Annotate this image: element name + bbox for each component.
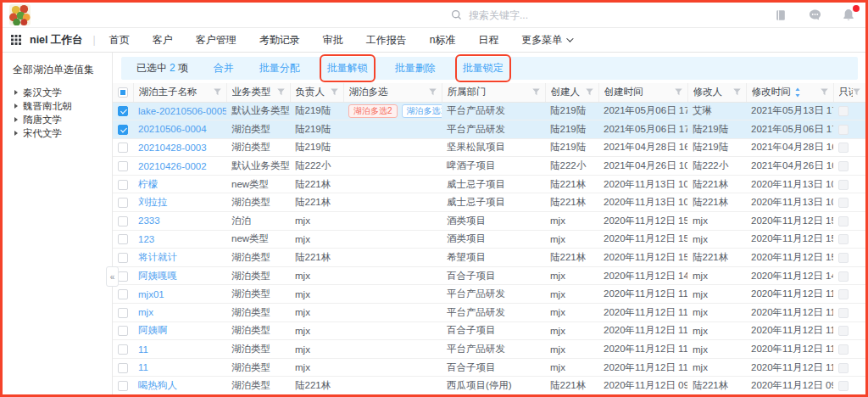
readonly-checkbox[interactable] — [838, 198, 849, 208]
filter-icon[interactable] — [429, 88, 437, 96]
readonly-checkbox[interactable] — [838, 344, 849, 355]
lake-name-link[interactable]: 11 — [138, 344, 148, 355]
filter-icon[interactable] — [853, 88, 860, 96]
readonly-checkbox[interactable] — [838, 234, 849, 244]
cell-created-at: 2020年11月12日 11:16 — [598, 322, 687, 340]
nav-menu-item-6[interactable]: n标准 — [430, 33, 456, 48]
lake-name-link[interactable]: 柠檬 — [138, 179, 158, 189]
filter-icon[interactable] — [532, 88, 540, 96]
cell-modified-at: 2020年11月12日 15:25 — [746, 230, 833, 249]
row-checkbox[interactable] — [118, 125, 128, 135]
filter-icon[interactable] — [331, 88, 338, 96]
search-input[interactable] — [469, 9, 587, 21]
nav-more-menu[interactable]: 更多菜单 — [521, 33, 571, 48]
readonly-checkbox[interactable] — [838, 253, 849, 263]
row-checkbox[interactable] — [118, 271, 128, 282]
nav-menu-item-7[interactable]: 日程 — [478, 33, 498, 48]
cell-readonly — [833, 175, 865, 193]
sidebar-tree-item-2[interactable]: 隋唐文学 — [13, 113, 112, 126]
toolbar-action-2[interactable]: 批量解锁 — [327, 61, 368, 75]
row-checkbox[interactable] — [118, 216, 128, 226]
row-checkbox[interactable] — [118, 253, 128, 263]
sidebar-tree-item-3[interactable]: 宋代文学 — [13, 126, 112, 140]
readonly-checkbox[interactable] — [838, 381, 849, 391]
row-checkbox[interactable] — [118, 363, 128, 373]
apps-grid-icon[interactable] — [11, 35, 21, 45]
row-checkbox[interactable] — [118, 180, 128, 190]
lake-name-link[interactable]: 阿姨啊 — [138, 325, 168, 335]
row-checkbox[interactable] — [118, 234, 128, 244]
sidebar-tree-item-1[interactable]: 魏晋南北朝 — [13, 99, 112, 113]
readonly-checkbox[interactable] — [838, 363, 849, 373]
readonly-checkbox[interactable] — [838, 143, 849, 153]
lake-name-link[interactable]: 20210428-0003 — [138, 143, 207, 153]
cell-readonly — [833, 138, 865, 157]
lake-name-link[interactable]: 2333 — [138, 215, 160, 226]
nav-menu-item-0[interactable]: 首页 — [109, 33, 130, 48]
filter-icon[interactable] — [821, 88, 828, 96]
lake-name-link[interactable]: mjx — [138, 307, 153, 317]
bell-icon[interactable] — [842, 8, 855, 22]
sort-icon[interactable] — [794, 87, 801, 98]
cell-owner: 陆221林 — [290, 193, 343, 212]
row-checkbox[interactable] — [118, 143, 128, 153]
readonly-checkbox[interactable] — [838, 216, 849, 226]
cell-dept: 威士忌子项目 — [442, 175, 545, 193]
workspace-title[interactable]: niel 工作台 — [30, 33, 83, 48]
row-checkbox[interactable] — [118, 308, 128, 318]
row-checkbox[interactable] — [118, 344, 128, 355]
select-all-checkbox[interactable] — [118, 87, 128, 98]
nav-menu-item-5[interactable]: 工作报告 — [366, 33, 407, 48]
sidebar-tree-item-0[interactable]: 秦汉文学 — [13, 86, 112, 99]
lake-name-link[interactable]: mjx01 — [138, 289, 164, 299]
cell-modifier: mjx — [687, 358, 746, 377]
lake-name-link[interactable]: 123 — [138, 234, 154, 244]
row-checkbox[interactable] — [118, 161, 128, 171]
filter-icon[interactable] — [586, 88, 593, 96]
readonly-checkbox[interactable] — [838, 161, 849, 171]
toolbar-action-3[interactable]: 批量删除 — [395, 61, 436, 75]
sidebar-collapse-button[interactable]: « — [106, 266, 119, 287]
nav-menu-item-1[interactable]: 客户 — [153, 33, 173, 48]
nav-menu-item-2[interactable]: 客户管理 — [196, 33, 236, 48]
lake-name-link[interactable]: 刘拉拉 — [138, 197, 168, 207]
lake-name-link[interactable]: 喝热狗人 — [138, 380, 177, 390]
toolbar-action-4[interactable]: 批量锁定 — [463, 61, 504, 75]
cell-modified-at: 2020年11月12日 11:04 — [746, 358, 833, 377]
cell-modified-at: 2020年11月12日 14:38 — [746, 266, 833, 285]
readonly-checkbox[interactable] — [838, 308, 849, 318]
readonly-checkbox[interactable] — [838, 289, 849, 299]
filter-icon[interactable] — [214, 88, 221, 96]
row-checkbox[interactable] — [118, 326, 128, 336]
lake-name-link[interactable]: 将计就计 — [138, 252, 177, 262]
lake-name-link[interactable]: 20210506-0004 — [138, 124, 207, 134]
cell-name: 123 — [133, 230, 226, 249]
cell-type: 湖泊类型 — [226, 377, 290, 395]
readonly-checkbox[interactable] — [838, 106, 849, 116]
readonly-checkbox[interactable] — [838, 125, 849, 135]
message-icon[interactable] — [808, 8, 821, 22]
nav-menu-item-4[interactable]: 审批 — [323, 33, 343, 48]
readonly-checkbox[interactable] — [838, 271, 849, 282]
lake-name-link[interactable]: 11 — [138, 362, 148, 372]
toolbar-action-0[interactable]: 合并 — [214, 61, 234, 75]
nav-menu-item-3[interactable]: 考勤记录 — [259, 33, 300, 48]
filter-icon[interactable] — [733, 88, 741, 96]
cell-tags — [343, 138, 442, 157]
lake-name-link[interactable]: 阿姨嘎嘎 — [138, 271, 177, 281]
row-checkbox[interactable] — [118, 198, 128, 208]
row-checkbox[interactable] — [118, 106, 128, 116]
readonly-checkbox[interactable] — [838, 180, 849, 190]
filter-icon[interactable] — [277, 88, 285, 96]
filter-icon[interactable] — [675, 88, 682, 96]
notebook-icon[interactable] — [774, 8, 787, 22]
lake-name-link[interactable]: lake-20210506-0005 — [138, 106, 226, 116]
row-checkbox[interactable] — [118, 381, 128, 391]
lake-name-link[interactable]: 20210426-0002 — [138, 161, 207, 171]
caret-right-icon — [14, 90, 18, 95]
row-checkbox[interactable] — [118, 289, 128, 299]
column-header-readonly: 只读 — [833, 83, 865, 102]
cell-creator: mjx — [545, 358, 598, 377]
toolbar-action-1[interactable]: 批量分配 — [259, 61, 300, 75]
readonly-checkbox[interactable] — [838, 326, 849, 336]
